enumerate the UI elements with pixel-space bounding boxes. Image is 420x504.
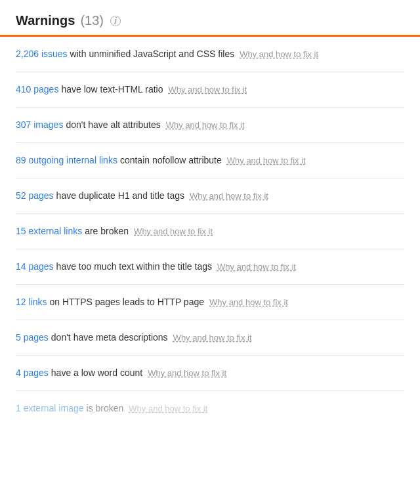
warning-link[interactable]: 4 pages xyxy=(16,366,49,380)
fix-link[interactable]: Why and how to fix it xyxy=(173,331,252,345)
warning-description: have too much text within the title tags xyxy=(56,260,212,274)
warning-description: are broken xyxy=(85,224,129,238)
warning-link[interactable]: 12 links xyxy=(16,295,47,309)
warning-link[interactable]: 15 external links xyxy=(16,224,82,238)
warning-link[interactable]: 14 pages xyxy=(16,260,54,274)
page-header: Warnings (13) i xyxy=(0,0,420,35)
warning-item: 14 pages have too much text within the t… xyxy=(16,249,404,285)
fix-link[interactable]: Why and how to fix it xyxy=(227,154,306,167)
warning-description: don't have alt attributes xyxy=(66,118,160,132)
warning-link[interactable]: 89 outgoing internal links xyxy=(16,154,117,167)
warning-link[interactable]: 5 pages xyxy=(16,331,49,345)
warning-link[interactable]: 1 external image xyxy=(16,402,84,415)
info-icon[interactable]: i xyxy=(110,16,121,26)
fix-link[interactable]: Why and how to fix it xyxy=(129,402,207,415)
warning-description: contain nofollow attribute xyxy=(120,154,222,167)
fix-link[interactable]: Why and how to fix it xyxy=(240,48,318,61)
warning-item: 1 external image is brokenWhy and how to… xyxy=(16,391,404,426)
warning-item: 410 pages have low text-HTML ratioWhy an… xyxy=(16,72,404,108)
fix-link[interactable]: Why and how to fix it xyxy=(190,190,268,203)
warning-link[interactable]: 2,206 issues xyxy=(16,47,68,61)
warning-item: 307 images don't have alt attributesWhy … xyxy=(16,108,404,143)
warning-description: don't have meta descriptions xyxy=(51,331,168,345)
fix-link[interactable]: Why and how to fix it xyxy=(148,367,226,380)
warning-description: with unminified JavaScript and CSS files xyxy=(70,47,235,61)
fix-link[interactable]: Why and how to fix it xyxy=(217,261,296,274)
warning-description: have a low word count xyxy=(51,366,142,380)
warning-description: is broken xyxy=(87,402,124,415)
warning-item: 15 external links are brokenWhy and how … xyxy=(16,214,404,249)
warnings-count: (13) xyxy=(80,13,104,28)
fix-link[interactable]: Why and how to fix it xyxy=(134,225,213,238)
warning-link[interactable]: 410 pages xyxy=(16,83,58,96)
fix-link[interactable]: Why and how to fix it xyxy=(169,83,247,96)
warning-description: have low text-HTML ratio xyxy=(61,83,163,96)
warnings-list: 2,206 issues with unminified JavaScript … xyxy=(0,37,420,426)
fix-link[interactable]: Why and how to fix it xyxy=(166,119,245,132)
warning-item: 2,206 issues with unminified JavaScript … xyxy=(16,37,404,72)
fix-link[interactable]: Why and how to fix it xyxy=(209,296,288,309)
warning-item: 89 outgoing internal links contain nofol… xyxy=(16,143,404,178)
page-title: Warnings xyxy=(16,13,75,28)
warning-link[interactable]: 52 pages xyxy=(16,189,54,203)
warning-item: 52 pages have duplicate H1 and title tag… xyxy=(16,178,404,214)
warning-description: have duplicate H1 and title tags xyxy=(56,189,184,203)
warning-description: on HTTPS pages leads to HTTP page xyxy=(49,295,204,309)
warning-item: 4 pages have a low word countWhy and how… xyxy=(16,356,404,391)
warning-item: 5 pages don't have meta descriptionsWhy … xyxy=(16,320,404,356)
warning-item: 12 links on HTTPS pages leads to HTTP pa… xyxy=(16,285,404,320)
warning-link[interactable]: 307 images xyxy=(16,118,63,132)
